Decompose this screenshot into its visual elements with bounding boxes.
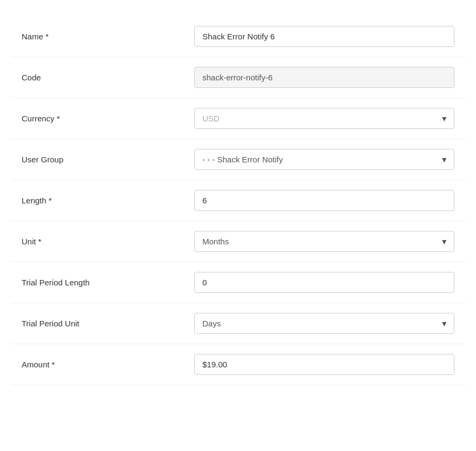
unit-select[interactable]: Days Months Years xyxy=(194,231,454,252)
trial-period-unit-row: Trial Period Unit Days Months Years ▼ xyxy=(11,303,465,344)
unit-row: Unit * Days Months Years ▼ xyxy=(11,221,465,262)
currency-select[interactable]: USD USD EUR GBP xyxy=(194,108,454,129)
trial-period-length-label: Trial Period Length xyxy=(22,278,194,287)
form-container: Name * Code Currency * USD USD EUR GBP ▼ xyxy=(11,16,465,385)
trial-period-length-row: Trial Period Length xyxy=(11,262,465,303)
user-group-row: User Group - - - Shack Error Notify ▼ xyxy=(11,139,465,180)
name-field xyxy=(194,26,454,47)
name-row: Name * xyxy=(11,16,465,57)
trial-period-unit-select-wrapper: Days Months Years ▼ xyxy=(194,313,454,334)
name-input[interactable] xyxy=(194,26,454,47)
currency-select-wrapper: USD USD EUR GBP ▼ xyxy=(194,108,454,129)
unit-field: Days Months Years ▼ xyxy=(194,231,454,252)
code-row: Code xyxy=(11,57,465,98)
code-input[interactable] xyxy=(194,67,454,88)
name-label: Name * xyxy=(22,32,194,41)
currency-field: USD USD EUR GBP ▼ xyxy=(194,108,454,129)
currency-label: Currency * xyxy=(22,114,194,123)
length-row: Length * xyxy=(11,180,465,221)
currency-row: Currency * USD USD EUR GBP ▼ xyxy=(11,98,465,139)
unit-label: Unit * xyxy=(22,237,194,246)
amount-row: Amount * xyxy=(11,344,465,385)
length-input[interactable] xyxy=(194,190,454,211)
unit-select-wrapper: Days Months Years ▼ xyxy=(194,231,454,252)
trial-period-unit-label: Trial Period Unit xyxy=(22,319,194,328)
trial-period-length-field xyxy=(194,272,454,293)
user-group-label: User Group xyxy=(22,155,194,164)
amount-field xyxy=(194,354,454,375)
amount-label: Amount * xyxy=(22,360,194,369)
trial-period-length-input[interactable] xyxy=(194,272,454,293)
code-label: Code xyxy=(22,73,194,82)
user-group-field: - - - Shack Error Notify ▼ xyxy=(194,149,454,170)
length-field xyxy=(194,190,454,211)
trial-period-unit-field: Days Months Years ▼ xyxy=(194,313,454,334)
code-field xyxy=(194,67,454,88)
length-label: Length * xyxy=(22,196,194,205)
amount-input[interactable] xyxy=(194,354,454,375)
user-group-select-wrapper: - - - Shack Error Notify ▼ xyxy=(194,149,454,170)
user-group-select[interactable]: - - - Shack Error Notify xyxy=(194,149,454,170)
trial-period-unit-select[interactable]: Days Months Years xyxy=(194,313,454,334)
